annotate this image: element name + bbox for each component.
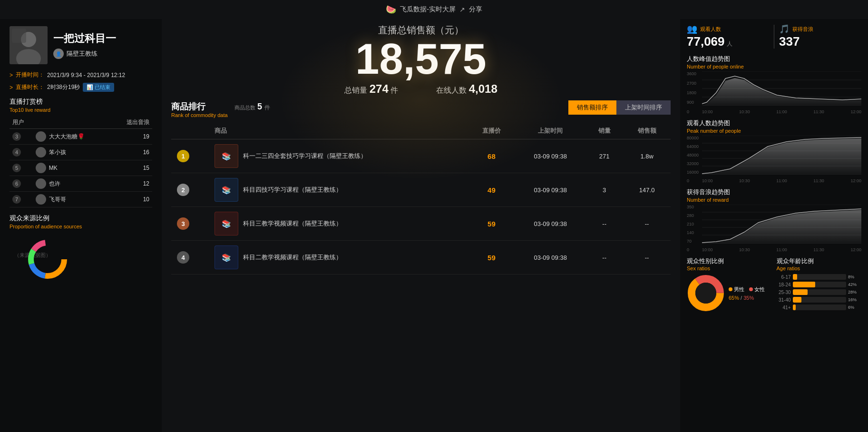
sex-ratios-subtitle: Sex ratios	[687, 265, 772, 271]
age-bar-row: 41+ 6%	[777, 304, 862, 310]
svg-point-28	[695, 283, 716, 304]
right-panel: 👥 观看人数 77,069 人 🎵 获得音浪 337 人数峰值趋势图 Numbe…	[680, 19, 868, 432]
viewers-icon: 👥	[687, 24, 697, 34]
total-items: 总销量 274 件	[344, 82, 398, 96]
sort-by-sales-button[interactable]: 销售额排序	[568, 100, 616, 115]
stats-row: 👥 观看人数 77,069 人 🎵 获得音浪 337	[687, 24, 861, 49]
rank-circle: 4	[177, 251, 189, 264]
rank-badge: 3	[12, 132, 21, 141]
user-name: MK	[49, 165, 58, 171]
age-ratios-subtitle: Age ratios	[777, 265, 862, 271]
streamer-name: 一把过科目一	[53, 31, 116, 46]
age-ratios-title: 观众年龄比例	[777, 257, 862, 265]
audience-chart: （来源数据图）	[10, 233, 105, 281]
online-count: 在线人数 4,018	[436, 82, 497, 96]
chart-y-labels: 3600270018009000	[687, 71, 702, 114]
viewer-trend-chart: 80000640004800032000160000	[687, 136, 861, 183]
product-name: 科目二教学视频课程（隔壁王教练）	[243, 253, 342, 262]
user-mini-avatar	[36, 178, 46, 189]
time-cell: 03-09 09:38	[515, 139, 585, 173]
user-mini-avatar	[36, 147, 46, 157]
sales-amount: 18,575	[162, 38, 680, 80]
sales-sub: 总销量 274 件 在线人数 4,018	[162, 82, 680, 96]
reward-count: 337	[779, 34, 800, 49]
product-name: 科目四技巧学习课程（隔壁王教练）	[243, 186, 342, 194]
sales-count-cell: 271	[585, 139, 623, 173]
peak-people-chart-section: 人数峰值趋势图 Number of people online 36002700…	[687, 55, 861, 114]
reward-icon: 🎵	[779, 24, 790, 34]
viewer-trend-title: 观看人数趋势图	[687, 119, 861, 128]
total-items-value: 274	[370, 82, 389, 95]
sex-ratios-title: 观众性别比例	[687, 257, 772, 265]
user-name: 飞哥哥	[49, 196, 66, 204]
sales-count-cell: --	[585, 207, 623, 241]
user-name: 笨小孩	[49, 148, 66, 157]
reward-table-row: 5 MK 15	[10, 160, 152, 176]
age-bar-fill	[793, 297, 801, 303]
peak-people-chart: 3600270018009000	[687, 71, 861, 114]
age-bar-track	[793, 282, 847, 287]
product-count-label: 商品总数	[234, 105, 255, 110]
sort-by-time-button[interactable]: 上架时间排序	[616, 100, 671, 115]
reward-label: 获得音浪	[792, 26, 813, 33]
product-thumb: 📚	[215, 144, 238, 168]
product-table-row: 1 📚 科一二三四全套技巧学习课程（隔壁王教练） 68 03-09 09:38 …	[171, 139, 671, 173]
col-price: 直播价	[468, 123, 516, 139]
peak-people-title: 人数峰值趋势图	[687, 55, 861, 63]
user-cell: 飞哥哥	[33, 192, 111, 207]
age-bar-fill	[793, 274, 797, 280]
col-reward: 送出音浪	[111, 117, 152, 129]
top-header: 🍉 飞瓜数据-实时大屏 ↗ 分享	[0, 0, 868, 19]
sex-legend: 男性 女性	[729, 286, 765, 293]
product-table-row: 2 📚 科目四技巧学习课程（隔壁王教练） 49 03-09 09:38 3 14…	[171, 173, 671, 207]
age-bar-value: 8%	[848, 275, 861, 279]
product-thumb: 📚	[215, 212, 238, 236]
rank-badge: 4	[12, 148, 21, 157]
reward-table: 用户 送出音浪 3 大大大泡糖🌹 19 4	[10, 117, 152, 207]
reward-cell: 10	[111, 192, 152, 207]
col-rank	[171, 123, 209, 139]
viewers-count: 77,069	[687, 34, 725, 49]
user-cell: MK	[33, 160, 111, 176]
age-bar-value: 42%	[848, 282, 861, 287]
age-bars: 6-17 8% 18-24 42% 25-30 28% 31-40 16% 41	[777, 274, 862, 310]
online-value: 4,018	[469, 82, 497, 95]
broadcast-time-row: > 开播时间： 2021/3/9 9:34 - 2021/3/9 12:12	[10, 71, 152, 79]
reward-x-labels: 10:0010:3011:0011:3012:00	[702, 244, 861, 252]
avatar	[10, 26, 48, 64]
total-items-unit: 件	[390, 86, 398, 94]
logo-icon: 🍉	[386, 4, 396, 15]
product-count-value: 5	[257, 102, 262, 111]
time-cell: 03-09 09:38	[515, 241, 585, 275]
sex-pie-chart	[687, 274, 725, 312]
age-ratios-section: 观众年龄比例 Age ratios 6-17 8% 18-24 42% 25-3…	[777, 257, 862, 312]
age-bar-track	[793, 274, 847, 280]
price-cell: 49	[468, 173, 516, 207]
center-panel: 直播总销售额（元） 18,575 总销量 274 件 在线人数 4,018 商品…	[162, 19, 680, 432]
reward-table-row: 7 飞哥哥 10	[10, 192, 152, 207]
rank-cell: 3	[10, 129, 33, 145]
product-cell: 📚 科目四技巧学习课程（隔壁王教练）	[209, 173, 468, 207]
rank-cell: 5	[10, 160, 33, 176]
product-table-row: 4 📚 科目二教学视频课程（隔壁王教练） 59 03-09 09:38 -- -…	[171, 241, 671, 275]
product-cell: 📚 科目二教学视频课程（隔壁王教练）	[209, 241, 468, 275]
sales-count-cell: --	[585, 241, 623, 275]
time-cell: 03-09 09:38	[515, 207, 585, 241]
rank-cell: 7	[10, 192, 33, 207]
viewers-unit: 人	[727, 40, 732, 47]
product-cell: 📚 科一二三四全套技巧学习课程（隔壁王教练）	[209, 139, 468, 173]
reward-trend-chart: 350280210140700	[687, 205, 861, 252]
user-mini-avatar	[36, 163, 46, 173]
arrow-icon: >	[10, 72, 13, 79]
reward-trend-chart-section: 获得音浪趋势图 Number of reward 350280210140700	[687, 188, 861, 252]
age-bar-value: 6%	[848, 305, 861, 310]
broadcast-time-label: 开播时间：	[16, 71, 44, 79]
rank-cell: 6	[10, 176, 33, 192]
stat-divider	[774, 25, 774, 49]
status-badge: 📊 已结束	[83, 83, 114, 92]
profile-section: 一把过科目一 👤 隔壁王教练	[10, 26, 152, 64]
share-button[interactable]: 分享	[469, 5, 482, 14]
age-bar-fill	[793, 289, 808, 295]
user-cell: 笨小孩	[33, 145, 111, 160]
reward-cell: 15	[111, 160, 152, 176]
